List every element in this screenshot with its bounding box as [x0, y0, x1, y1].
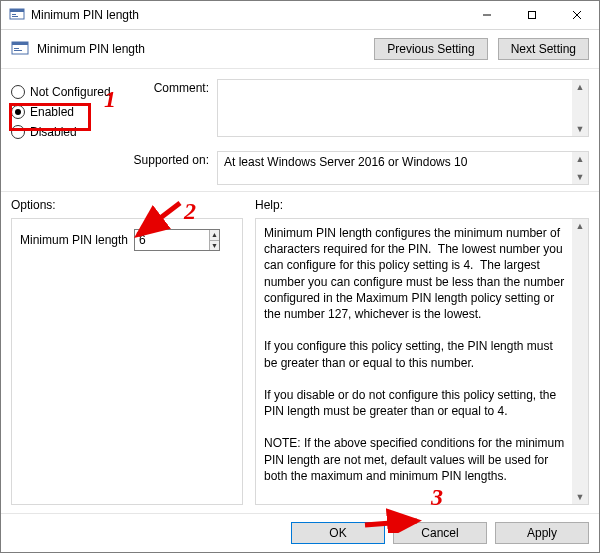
svg-rect-3 [12, 16, 18, 17]
maximize-button[interactable] [509, 1, 554, 29]
lower-section: Options: Minimum PIN length ▲ ▼ Help: [1, 192, 599, 513]
help-column: Help: Minimum PIN length configures the … [255, 198, 589, 505]
header-left: Minimum PIN length [11, 39, 145, 60]
radio-label: Enabled [30, 105, 74, 119]
scrollbar[interactable]: ▲ ▼ [572, 80, 588, 136]
scroll-up-icon: ▲ [576, 152, 585, 166]
radio-label: Disabled [30, 125, 77, 139]
setting-icon [11, 39, 29, 60]
titlebar: Minimum PIN length [1, 1, 599, 30]
scroll-down-icon: ▼ [576, 122, 585, 136]
supported-on-box: At least Windows Server 2016 or Windows … [217, 151, 589, 185]
scroll-up-icon: ▲ [576, 80, 585, 94]
svg-rect-11 [14, 50, 22, 51]
radio-icon [11, 125, 25, 139]
scroll-up-icon: ▲ [576, 219, 585, 233]
comment-row: Not Configured Enabled Disabled Comment:… [11, 79, 589, 145]
spin-down-button[interactable]: ▼ [210, 241, 219, 251]
svg-rect-10 [14, 48, 19, 49]
minimize-button[interactable] [464, 1, 509, 29]
ok-button[interactable]: OK [291, 522, 385, 544]
next-setting-button[interactable]: Next Setting [498, 38, 589, 60]
comment-label: Comment: [131, 79, 209, 95]
supported-label: Supported on: [131, 151, 209, 167]
apply-button[interactable]: Apply [495, 522, 589, 544]
options-label: Options: [11, 198, 243, 212]
supported-on-value: At least Windows Server 2016 or Windows … [224, 155, 467, 169]
close-button[interactable] [554, 1, 599, 29]
policy-icon [9, 7, 25, 23]
header-right: Previous Setting Next Setting [374, 38, 589, 60]
radio-not-configured[interactable]: Not Configured [11, 85, 123, 99]
min-pin-length-input[interactable] [135, 230, 209, 250]
svg-rect-5 [528, 12, 535, 19]
radio-disabled[interactable]: Disabled [11, 125, 123, 139]
min-pin-length-stepper[interactable]: ▲ ▼ [134, 229, 220, 251]
window-title: Minimum PIN length [31, 8, 139, 22]
previous-setting-button[interactable]: Previous Setting [374, 38, 487, 60]
radio-label: Not Configured [30, 85, 111, 99]
scroll-down-icon: ▼ [576, 490, 585, 504]
help-box: Minimum PIN length configures the minimu… [255, 218, 589, 505]
options-column: Options: Minimum PIN length ▲ ▼ [11, 198, 243, 505]
svg-rect-1 [10, 9, 24, 12]
comment-textarea[interactable]: ▲ ▼ [217, 79, 589, 137]
supported-row: Supported on: At least Windows Server 20… [11, 151, 589, 185]
scrollbar[interactable]: ▲ ▼ [572, 152, 588, 184]
radio-icon [11, 85, 25, 99]
cancel-button[interactable]: Cancel [393, 522, 487, 544]
titlebar-left: Minimum PIN length [1, 7, 139, 23]
help-label: Help: [255, 198, 589, 212]
option-row-min-pin: Minimum PIN length ▲ ▼ [20, 229, 234, 251]
spinner: ▲ ▼ [209, 230, 219, 250]
scrollbar[interactable]: ▲ ▼ [572, 219, 588, 504]
scroll-down-icon: ▼ [576, 170, 585, 184]
policy-editor-window: Minimum PIN length [0, 0, 600, 553]
spin-up-button[interactable]: ▲ [210, 230, 219, 241]
svg-rect-2 [12, 14, 16, 15]
state-column: Not Configured Enabled Disabled [11, 79, 123, 145]
setting-name: Minimum PIN length [37, 42, 145, 56]
middle-section: Not Configured Enabled Disabled Comment:… [1, 69, 599, 192]
option-field-label: Minimum PIN length [20, 233, 128, 247]
header: Minimum PIN length Previous Setting Next… [1, 30, 599, 69]
radio-enabled[interactable]: Enabled [11, 105, 123, 119]
svg-rect-9 [12, 42, 28, 45]
radio-icon [11, 105, 25, 119]
footer: OK Cancel Apply [1, 513, 599, 552]
help-text: Minimum PIN length configures the minimu… [264, 226, 568, 483]
titlebar-controls [464, 1, 599, 29]
options-box: Minimum PIN length ▲ ▼ [11, 218, 243, 505]
